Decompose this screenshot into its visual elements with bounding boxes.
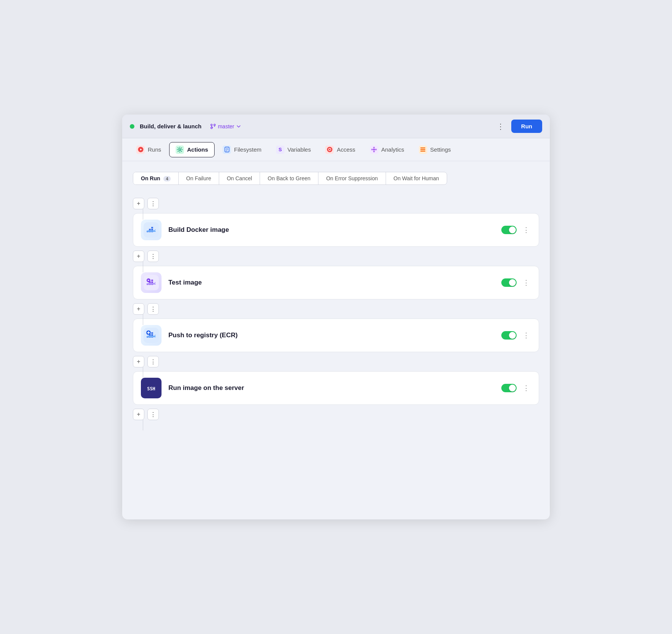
svg-rect-24 — [420, 151, 425, 152]
add-row-1: + ⋮ — [133, 248, 539, 264]
add-button-2[interactable]: + — [133, 303, 144, 315]
run-server-toggle[interactable] — [501, 384, 517, 392]
push-registry-controls: ⋮ — [501, 330, 531, 340]
ssh-icon: SSH — [144, 380, 159, 396]
add-button-4[interactable]: + — [133, 409, 144, 420]
tab-settings[interactable]: Settings — [412, 142, 457, 157]
build-docker-icon — [141, 220, 162, 240]
action-card-push-registry: Push to registry (ECR) ⋮ — [133, 319, 539, 352]
svg-point-17 — [373, 151, 375, 152]
test-image-toggle[interactable] — [501, 278, 517, 287]
run-server-controls: ⋮ — [501, 383, 531, 393]
filesystem-icon — [223, 146, 231, 154]
test-image-more-button[interactable]: ⋮ — [521, 278, 531, 288]
tab-access[interactable]: Access — [319, 142, 362, 157]
branch-selector[interactable]: master — [207, 122, 244, 131]
svg-point-6 — [179, 149, 181, 150]
subtab-on-failure[interactable]: On Failure — [179, 172, 219, 184]
add-button-1[interactable]: + — [133, 251, 144, 262]
more-row-button-0[interactable]: ⋮ — [147, 198, 159, 209]
top-bar-right: ⋮ Run — [494, 120, 542, 133]
more-row-button-1[interactable]: ⋮ — [147, 251, 159, 262]
subtab-on-run[interactable]: On Run 4 — [133, 172, 179, 184]
tab-variables-label: Variables — [288, 146, 311, 153]
tab-variables[interactable]: S Variables — [270, 142, 317, 157]
test-image-icon — [141, 272, 162, 293]
branch-icon — [210, 123, 216, 129]
add-button-3[interactable]: + — [133, 356, 144, 367]
push-registry-toggle[interactable] — [501, 331, 517, 340]
add-button-0[interactable]: + — [133, 198, 144, 209]
svg-point-15 — [375, 149, 376, 150]
more-row-button-4[interactable]: ⋮ — [147, 409, 159, 420]
run-server-more-button[interactable]: ⋮ — [521, 383, 531, 393]
more-row-button-3[interactable]: ⋮ — [147, 356, 159, 367]
chevron-down-icon — [236, 124, 241, 129]
access-icon — [325, 146, 334, 154]
build-docker-more-button[interactable]: ⋮ — [521, 225, 531, 235]
svg-point-13 — [373, 149, 375, 150]
tab-filesystem[interactable]: Filesystem — [216, 142, 268, 157]
docker-runner-icon — [144, 275, 159, 290]
tab-actions-label: Actions — [187, 146, 208, 153]
add-row-2: + ⋮ — [133, 301, 539, 317]
svg-rect-47 — [151, 332, 153, 334]
on-run-badge: 4 — [163, 176, 170, 181]
file-icon — [224, 147, 230, 152]
build-docker-toggle[interactable] — [501, 226, 517, 234]
tab-filesystem-label: Filesystem — [234, 146, 262, 153]
content-area: On Run 4 On Failure On Cancel On Back to… — [122, 161, 550, 433]
top-bar: Build, deliver & launch master ⋮ Run — [122, 115, 550, 138]
nav-tabs: Runs Actions Filesystem — [122, 138, 550, 161]
run-button[interactable]: Run — [511, 120, 542, 133]
settings-icon — [419, 146, 427, 154]
top-bar-left: Build, deliver & launch master — [130, 122, 244, 131]
test-image-controls: ⋮ — [501, 278, 531, 288]
action-card-run-server: SSH Run image on the server ⋮ — [133, 371, 539, 405]
tab-runs-label: Runs — [148, 146, 161, 153]
subtab-on-error-suppression[interactable]: On Error Suppression — [318, 172, 386, 184]
subtab-on-cancel[interactable]: On Cancel — [219, 172, 260, 184]
app-title: Build, deliver & launch — [140, 123, 202, 129]
tab-actions[interactable]: Actions — [169, 142, 215, 157]
svg-point-0 — [211, 124, 212, 126]
subtab-on-wait-for-human[interactable]: On Wait for Human — [386, 172, 447, 184]
tab-analytics[interactable]: Analytics — [363, 142, 411, 157]
runs-icon — [136, 146, 145, 154]
run-server-icon: SSH — [141, 378, 162, 398]
svg-rect-38 — [151, 280, 153, 281]
app-window: Build, deliver & launch master ⋮ Run — [122, 115, 550, 519]
push-registry-more-button[interactable]: ⋮ — [521, 330, 531, 340]
build-docker-name: Build Docker image — [168, 226, 494, 234]
action-card-test-image: Test image ⋮ — [133, 266, 539, 299]
add-row-0: + ⋮ — [133, 196, 539, 212]
push-registry-name: Push to registry (ECR) — [168, 332, 494, 339]
push-registry-icon — [141, 325, 162, 346]
tab-runs[interactable]: Runs — [130, 142, 168, 157]
test-image-name: Test image — [168, 279, 494, 286]
docker-icon — [144, 222, 159, 238]
svg-rect-23 — [420, 149, 425, 150]
subtab-on-back-to-green[interactable]: On Back to Green — [260, 172, 318, 184]
status-dot — [130, 124, 134, 129]
add-row-3: + ⋮ — [133, 354, 539, 370]
svg-point-14 — [372, 149, 373, 150]
gear-icon — [177, 147, 183, 153]
sub-tabs: On Run 4 On Failure On Cancel On Back to… — [133, 172, 447, 185]
tab-settings-label: Settings — [430, 146, 451, 153]
play-icon — [138, 147, 144, 152]
branch-label: master — [218, 123, 234, 129]
build-docker-controls: ⋮ — [501, 225, 531, 235]
svg-point-1 — [214, 124, 215, 126]
svg-point-16 — [373, 147, 375, 148]
svg-point-11 — [327, 147, 332, 152]
svg-rect-46 — [151, 334, 153, 336]
svg-rect-30 — [151, 229, 153, 230]
more-options-button[interactable]: ⋮ — [494, 120, 507, 133]
settings-bars-icon — [420, 147, 426, 152]
tab-access-label: Access — [337, 146, 355, 153]
more-row-button-2[interactable]: ⋮ — [147, 303, 159, 315]
svg-rect-22 — [420, 147, 425, 149]
graph-icon — [371, 147, 377, 152]
lock-icon — [327, 147, 333, 152]
